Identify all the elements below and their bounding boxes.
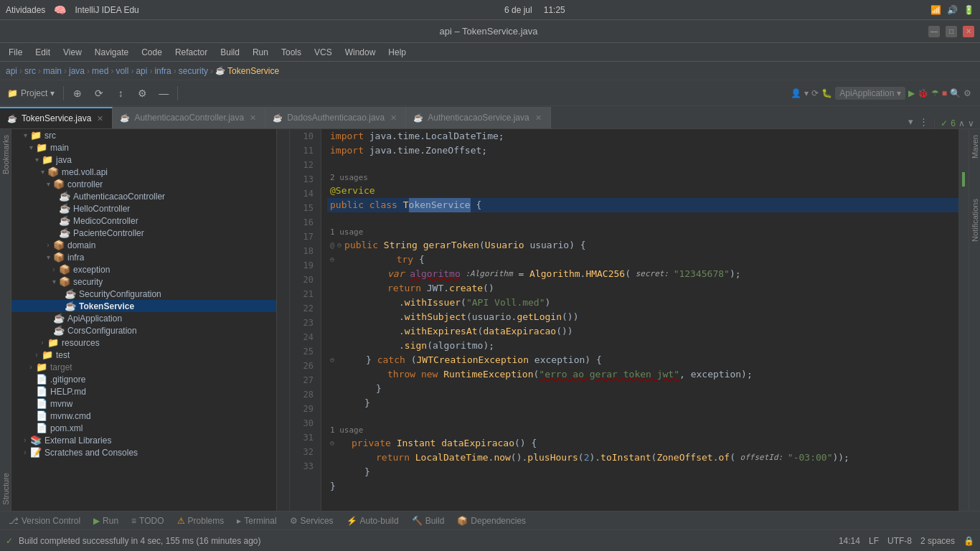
bottom-tab-versioncontrol[interactable]: ⎇ Version Control [3, 513, 86, 529]
bread-infra[interactable]: infra [154, 66, 171, 76]
tab-close-3[interactable]: ✕ [389, 113, 398, 123]
search-button[interactable]: 🔍 [950, 88, 961, 98]
tree-node-exception[interactable]: › 📦 exception [11, 263, 276, 276]
run-config-dropdown[interactable]: ApiApplication ▾ [835, 87, 905, 100]
maximize-button[interactable]: □ [946, 26, 957, 37]
tree-node-helpmd[interactable]: ▾ 📄 HELP.md [11, 385, 276, 397]
tree-node-domain[interactable]: › 📦 domain [11, 239, 276, 251]
tree-node-pomxml[interactable]: ▾ 📄 pom.xml [11, 422, 276, 434]
tree-node-controller[interactable]: ▾ 📦 controller [11, 178, 276, 190]
collapse-button[interactable]: ↕ [111, 84, 130, 103]
tree-node-securityconfig[interactable]: ▾ ☕ SecurityConfiguration [11, 288, 276, 300]
fold-16[interactable]: ⊖ [337, 238, 341, 253]
debug-button[interactable]: 🐛 [821, 88, 832, 98]
tree-node-gitignore[interactable]: ▾ 📄 .gitignore [11, 373, 276, 385]
menu-edit[interactable]: Edit [29, 46, 56, 59]
close-button[interactable]: ✕ [963, 26, 974, 37]
bottom-tab-todo[interactable]: ≡ TODO [126, 513, 169, 529]
tree-node-mvnw[interactable]: ▾ 📄 mvnw [11, 397, 276, 410]
tree-node-corsconfig[interactable]: ▾ ☕ CorsConfiguration [11, 324, 276, 336]
bread-src[interactable]: src [24, 66, 36, 76]
tree-node-java[interactable]: ▾ 📁 java [11, 154, 276, 166]
menu-help[interactable]: Help [382, 46, 412, 59]
menu-code[interactable]: Code [136, 46, 168, 59]
project-dropdown[interactable]: 📁 Project ▾ [3, 84, 59, 103]
menu-window[interactable]: Window [339, 46, 382, 59]
bottom-tab-services[interactable]: ⚙ Services [284, 513, 339, 529]
activities-label[interactable]: Atividades [6, 5, 45, 15]
menu-navigate[interactable]: Navigate [89, 46, 134, 59]
tree-node-security[interactable]: ▾ 📦 security [11, 276, 276, 288]
tab-close-1[interactable]: ✕ [95, 113, 105, 124]
bottom-tab-build[interactable]: 🔨 Build [406, 513, 451, 529]
debug-run-button[interactable]: 🐞 [918, 88, 928, 98]
status-linesep[interactable]: LF [869, 536, 879, 546]
build-run-button[interactable]: ▶ [908, 88, 915, 98]
bread-security[interactable]: security [179, 66, 208, 76]
bread-tokenservice[interactable]: TokenService [227, 66, 279, 76]
bread-java[interactable]: java [69, 66, 85, 76]
menu-refactor[interactable]: Refactor [169, 46, 213, 59]
bottom-tab-problems[interactable]: ⚠ Problems [171, 513, 230, 529]
sync-button[interactable]: ⟳ [90, 84, 108, 103]
status-indent[interactable]: 2 spaces [920, 536, 955, 546]
add-button[interactable]: ⊕ [68, 84, 87, 103]
bread-med[interactable]: med [92, 66, 108, 76]
tree-node-resources[interactable]: › 📁 resources [11, 336, 276, 349]
fold-24[interactable]: ⊖ [330, 353, 334, 367]
status-encoding[interactable]: UTF-8 [887, 536, 912, 546]
tree-node-medicocontroller[interactable]: ▾ ☕ MedicoController [11, 215, 276, 227]
tab-close-2[interactable]: ✕ [248, 113, 258, 123]
stop-button[interactable]: ■ [942, 88, 947, 98]
menu-build[interactable]: Build [215, 46, 245, 59]
tab-authenticacaocontroller[interactable]: ☕ AuthenticacaoController.java ✕ [113, 107, 265, 128]
refresh-button[interactable]: ⟳ [811, 88, 819, 98]
run-nav-down[interactable]: ∨ [968, 118, 974, 128]
coverage-button[interactable]: ☂ [931, 88, 939, 98]
settings-button[interactable]: ⚙ [133, 84, 151, 103]
tree-node-src[interactable]: ▾ 📁 src [11, 129, 276, 141]
code-area[interactable]: import java.time.LocalDateTime; import j… [321, 129, 958, 511]
bottom-tab-autobuild[interactable]: ⚡ Auto-build [341, 513, 405, 529]
tab-close-4[interactable]: ✕ [534, 113, 543, 123]
tree-node-external-libraries[interactable]: › 📚 External Libraries [11, 434, 276, 446]
tree-node-target[interactable]: › 📁 target [11, 361, 276, 373]
notifications-tab[interactable]: Notifications [969, 193, 981, 248]
bread-voll[interactable]: voll [116, 66, 128, 76]
bottom-tab-dependencies[interactable]: 📦 Dependencies [451, 513, 532, 529]
structure-tab[interactable]: Structure [0, 467, 11, 511]
menu-tools[interactable]: Tools [275, 46, 307, 59]
tree-node-scratches[interactable]: › 📝 Scratches and Consoles [11, 446, 276, 458]
close-panel-button[interactable]: — [154, 84, 173, 103]
tab-dadosauthenticacao[interactable]: ☕ DadosAuthenticacao.java ✕ [265, 107, 406, 128]
tree-node-main[interactable]: ▾ 📁 main [11, 141, 276, 154]
tree-node-hellocontroller[interactable]: ▾ ☕ HelloController [11, 202, 276, 215]
tab-more-button[interactable]: ⋮ [916, 115, 931, 128]
status-position[interactable]: 14:14 [839, 536, 860, 546]
tree-node-infra[interactable]: ▾ 📦 infra [11, 251, 276, 263]
maven-tab[interactable]: Maven [969, 129, 981, 164]
menu-file[interactable]: File [3, 46, 28, 59]
tree-node-test[interactable]: › 📁 test [11, 349, 276, 361]
bottom-tab-run[interactable]: ▶ Run [88, 513, 124, 529]
tab-tokenservice[interactable]: ☕ TokenService.java ✕ [0, 107, 113, 128]
bookmarks-tab[interactable]: Bookmarks [0, 129, 11, 180]
tree-node-authcontroller[interactable]: ▾ ☕ AuthenticacaoController [11, 190, 276, 202]
code-editor[interactable]: 10 11 12 13 14 15 16 17 18 19 20 21 22 2… [277, 129, 969, 511]
settings-global-button[interactable]: ⚙ [963, 88, 971, 98]
tab-authenticacaoservice[interactable]: ☕ AuthenticacaoService.java ✕ [406, 107, 550, 128]
menu-vcs[interactable]: VCS [308, 46, 338, 59]
minimize-button[interactable]: — [928, 26, 940, 37]
menu-view[interactable]: View [57, 46, 88, 59]
tree-node-apiapplication[interactable]: ▾ ☕ ApiApplication [11, 312, 276, 324]
tree-node-pacientecontroller[interactable]: ▾ ☕ PacienteController [11, 227, 276, 239]
bottom-tab-terminal[interactable]: ▸ Terminal [231, 513, 282, 529]
tree-node-medvollapi[interactable]: ▾ 📦 med.voll.api [11, 166, 276, 178]
bread-api2[interactable]: api [136, 66, 147, 76]
fold-29[interactable]: ⊖ [330, 436, 334, 451]
bread-main[interactable]: main [43, 66, 62, 76]
fold-17[interactable]: ⊖ [330, 253, 334, 267]
bread-api[interactable]: api [6, 66, 17, 76]
tree-node-mvnwcmd[interactable]: ▾ 📄 mvnw.cmd [11, 410, 276, 422]
run-nav-up[interactable]: ∧ [958, 118, 965, 128]
